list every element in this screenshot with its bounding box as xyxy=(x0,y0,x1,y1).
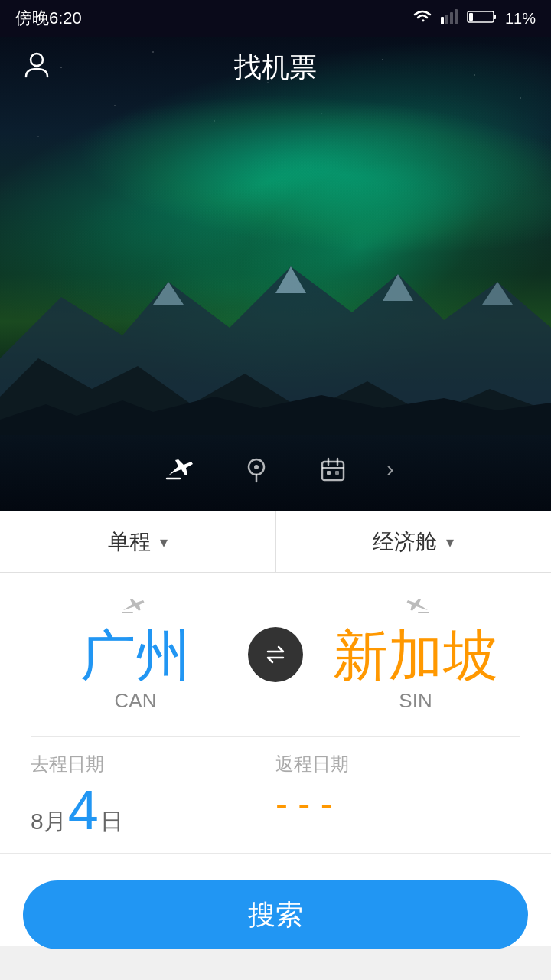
tab-flight-search[interactable] xyxy=(142,443,218,496)
departure-day-char: 日 xyxy=(100,806,123,838)
arrival-icon xyxy=(402,596,429,620)
profile-icon[interactable] xyxy=(23,51,51,85)
svg-rect-1 xyxy=(445,15,448,24)
status-icons: 11% xyxy=(412,9,536,28)
more-tabs-arrow[interactable]: › xyxy=(371,457,409,482)
return-date-placeholder: - - - xyxy=(276,782,333,825)
svg-rect-6 xyxy=(469,13,473,21)
return-date-field[interactable]: 返程日期 - - - xyxy=(276,752,520,838)
departure-day: 4 xyxy=(68,782,99,838)
return-date-value: - - - xyxy=(276,782,520,825)
departure-date-label: 去程日期 xyxy=(31,752,276,776)
tab-schedule[interactable] xyxy=(295,443,371,496)
hero-section: 找机票 › xyxy=(0,37,551,511)
svg-rect-0 xyxy=(441,17,444,24)
svg-rect-3 xyxy=(455,9,458,24)
from-city-code: CAN xyxy=(115,689,157,713)
cabin-class-label: 经济舱 xyxy=(373,528,437,557)
page-title: 找机票 xyxy=(234,49,317,87)
status-bar: 傍晚6:20 11% xyxy=(0,0,551,37)
battery-icon xyxy=(467,10,497,28)
status-time: 傍晚6:20 xyxy=(15,7,82,30)
cabin-class-selector[interactable]: 经济舱 ▾ xyxy=(276,511,552,572)
svg-point-17 xyxy=(254,465,259,469)
top-navigation: 找机票 xyxy=(0,37,551,98)
mountain-silhouette xyxy=(0,205,551,435)
from-city-name: 广州 xyxy=(80,628,191,683)
to-city-code: SIN xyxy=(399,689,432,713)
return-date-label: 返程日期 xyxy=(276,752,520,776)
swap-cities-button[interactable] xyxy=(248,627,303,682)
battery-percent: 11% xyxy=(505,10,536,28)
trip-type-arrow: ▾ xyxy=(160,533,168,551)
svg-rect-5 xyxy=(494,15,496,19)
departure-month: 8月 xyxy=(31,806,67,838)
departure-icon xyxy=(122,596,149,620)
route-selection-row: 广州 CAN 新加坡 SIN xyxy=(31,573,520,737)
signal-icon xyxy=(441,9,459,28)
tab-destination[interactable] xyxy=(218,443,295,496)
from-city-field[interactable]: 广州 CAN xyxy=(31,596,240,713)
departure-date-value: 8月 4 日 xyxy=(31,782,276,838)
search-button[interactable]: 搜索 xyxy=(23,880,528,949)
to-city-field[interactable]: 新加坡 SIN xyxy=(311,596,520,713)
cabin-class-arrow: ▾ xyxy=(446,533,454,551)
svg-rect-2 xyxy=(450,12,453,24)
trip-type-selector[interactable]: 单程 ▾ xyxy=(0,511,276,572)
svg-point-14 xyxy=(31,54,43,66)
date-selection-row: 去程日期 8月 4 日 返程日期 - - - xyxy=(0,737,551,854)
hero-tab-bar: › xyxy=(0,443,551,496)
svg-rect-23 xyxy=(335,471,339,475)
wifi-icon xyxy=(412,9,433,28)
search-bar: 搜索 xyxy=(23,880,528,949)
svg-rect-18 xyxy=(322,462,344,480)
trip-options-row: 单程 ▾ 经济舱 ▾ xyxy=(0,511,551,573)
svg-rect-22 xyxy=(327,471,331,475)
departure-date-field[interactable]: 去程日期 8月 4 日 xyxy=(31,752,276,838)
trip-type-label: 单程 xyxy=(108,528,151,557)
to-city-name: 新加坡 xyxy=(333,628,498,683)
